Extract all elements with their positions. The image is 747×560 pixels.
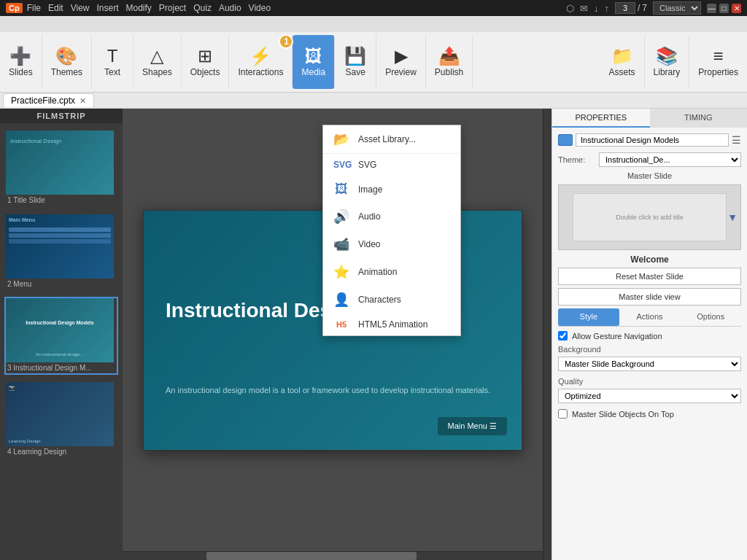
html5-icon: H5 bbox=[333, 320, 349, 329]
master-slide-section-label: Master Slide bbox=[558, 171, 741, 180]
dropdown-item-asset-library[interactable]: 📂 Asset Library... bbox=[323, 125, 460, 153]
minimize-button[interactable]: — bbox=[707, 4, 716, 13]
quality-select[interactable]: Optimized bbox=[558, 389, 741, 403]
slide-2-title: Main Menu bbox=[9, 217, 111, 222]
canvas-scrollbar-v[interactable] bbox=[543, 109, 551, 560]
master-objects-checkbox[interactable] bbox=[558, 409, 568, 419]
dropdown-item-html5[interactable]: H5 HTML5 Animation bbox=[323, 314, 460, 335]
publish-button[interactable]: 📤 Publish bbox=[430, 40, 468, 84]
menu-view[interactable]: View bbox=[71, 3, 90, 13]
close-button[interactable]: ✕ bbox=[732, 4, 741, 13]
menu-audio[interactable]: Audio bbox=[219, 3, 241, 13]
menu-file[interactable]: File bbox=[27, 3, 41, 13]
background-select[interactable]: Master Slide Background bbox=[558, 357, 741, 371]
tab-properties[interactable]: PROPERTIES bbox=[552, 109, 650, 128]
slide-preview-3: Instructional Design Models An instructi… bbox=[6, 298, 114, 362]
text-button[interactable]: T Text bbox=[96, 40, 128, 84]
properties-ribbon-label: Properties bbox=[698, 67, 738, 77]
scrollbar-h-thumb[interactable] bbox=[206, 552, 417, 560]
audio-icon: 🔊 bbox=[333, 209, 349, 225]
dropdown-item-html5-label: HTML5 Animation bbox=[358, 319, 427, 330]
master-objects-label: Master Slide Objects On Top bbox=[572, 410, 674, 419]
master-slide-view-button[interactable]: Master slide view bbox=[558, 288, 741, 306]
shapes-label: Shapes bbox=[142, 67, 172, 77]
menu-insert[interactable]: Insert bbox=[97, 3, 119, 13]
svg-icon: SVG bbox=[333, 160, 349, 170]
file-tab[interactable]: PracticeFile.cptx ✕ bbox=[3, 93, 94, 107]
action-tab-actions[interactable]: Actions bbox=[619, 308, 681, 326]
master-slide-expand-icon[interactable]: ▼ bbox=[727, 211, 738, 223]
master-slide-preview: Double click to add title ▼ bbox=[558, 184, 741, 250]
filmstrip-header: FILMSTRIP bbox=[0, 109, 123, 123]
dropdown-item-image-label: Image bbox=[358, 184, 382, 195]
mail-icon[interactable]: ✉ bbox=[580, 3, 588, 14]
slide-thumb-4[interactable]: 📷 Learning Design 4 Learning Design bbox=[4, 381, 118, 459]
menu-quiz[interactable]: Quiz bbox=[193, 3, 212, 13]
theme-select-prop[interactable]: Instructional_De... bbox=[599, 152, 741, 167]
properties-ribbon-button[interactable]: ≡ Properties bbox=[694, 40, 743, 84]
slides-button[interactable]: ➕ Slides bbox=[4, 40, 37, 84]
assets-icon: 📁 bbox=[611, 47, 633, 65]
dropdown-item-svg[interactable]: SVG SVG bbox=[323, 154, 460, 176]
image-icon: 🖼 bbox=[333, 182, 349, 197]
slides-icon: ➕ bbox=[9, 47, 31, 65]
menu-modify[interactable]: Modify bbox=[126, 3, 152, 13]
save-icon: 💾 bbox=[344, 47, 366, 65]
media-button[interactable]: 🖼 Media bbox=[297, 40, 330, 84]
themes-button[interactable]: 🎨 Themes bbox=[47, 40, 87, 84]
dropdown-item-image[interactable]: 🖼 Image bbox=[323, 176, 460, 203]
slide-thumb-3[interactable]: Instructional Design Models An instructi… bbox=[4, 297, 118, 375]
reset-master-slide-button[interactable]: Reset Master Slide bbox=[558, 268, 741, 285]
ribbon-group-properties-btn: ≡ Properties bbox=[689, 35, 747, 89]
themes-label: Themes bbox=[51, 67, 82, 77]
canvas[interactable]: Instructional Design Models An instructi… bbox=[123, 109, 543, 551]
slide-thumb-2[interactable]: Main Menu 2 Menu bbox=[4, 213, 118, 291]
slide-2-menu bbox=[9, 228, 111, 276]
slide-3-heading: Instructional Design Models bbox=[9, 320, 111, 325]
canvas-scrollbar-h[interactable] bbox=[123, 551, 543, 560]
preview-button[interactable]: ▶ Preview bbox=[381, 40, 421, 84]
menu-edit[interactable]: Edit bbox=[48, 3, 63, 13]
assets-label: Assets bbox=[609, 67, 635, 77]
arrow-up-icon[interactable]: ↑ bbox=[604, 3, 609, 14]
action-tab-style[interactable]: Style bbox=[558, 308, 619, 326]
objects-icon: ⊞ bbox=[198, 47, 212, 65]
library-button[interactable]: 📚 Library bbox=[649, 40, 685, 84]
properties-tab-bar: PROPERTIES TIMING bbox=[552, 109, 747, 128]
tab-close-icon[interactable]: ✕ bbox=[80, 96, 86, 106]
menu-project[interactable]: Project bbox=[159, 3, 186, 13]
slide-thumb-1[interactable]: Instructional Design 1 Title Slide bbox=[4, 129, 118, 207]
maximize-button[interactable]: □ bbox=[719, 4, 729, 13]
main-menu-button[interactable]: Main Menu ☰ bbox=[438, 417, 507, 435]
help-icon[interactable]: ⬡ bbox=[566, 3, 574, 14]
gesture-navigation-checkbox[interactable] bbox=[558, 331, 568, 341]
tab-timing[interactable]: TIMING bbox=[650, 109, 748, 128]
title-bar-left: Cp File Edit View Insert Modify Project … bbox=[6, 3, 271, 13]
ribbon-tab-bar bbox=[0, 16, 747, 32]
assets-button[interactable]: 📁 Assets bbox=[605, 40, 640, 84]
slide-current-input[interactable] bbox=[615, 2, 635, 14]
ribbon-group-interactions: 1 ⚡ Interactions bbox=[229, 35, 293, 89]
dropdown-item-animation[interactable]: ⭐ Animation bbox=[323, 258, 460, 286]
dropdown-item-video[interactable]: 📹 Video bbox=[323, 230, 460, 258]
arrow-down-icon[interactable]: ↓ bbox=[594, 3, 599, 14]
save-button[interactable]: 💾 Save bbox=[339, 40, 371, 84]
properties-content: ☰ Theme: Instructional_De... Master Slid… bbox=[552, 128, 747, 560]
filmstrip-content: Instructional Design 1 Title Slide Main … bbox=[0, 123, 123, 560]
slide-3-label: 3 Instructional Design M... bbox=[6, 362, 117, 373]
slide-name-input[interactable] bbox=[576, 133, 729, 147]
slide-type-icon bbox=[558, 134, 573, 146]
objects-button[interactable]: ⊞ Objects bbox=[186, 40, 225, 84]
master-slide-name: Welcome bbox=[558, 254, 741, 265]
theme-select[interactable]: Classic bbox=[653, 1, 701, 15]
action-tab-options[interactable]: Options bbox=[680, 308, 741, 326]
canvas-main: Instructional Design Models An instructi… bbox=[123, 109, 543, 560]
menu-video[interactable]: Video bbox=[249, 3, 271, 13]
properties-menu-icon[interactable]: ☰ bbox=[732, 134, 741, 146]
shapes-button[interactable]: △ Shapes bbox=[138, 40, 177, 84]
dropdown-item-characters[interactable]: 👤 Characters bbox=[323, 286, 460, 314]
master-slide-inner: Double click to add title bbox=[573, 193, 727, 241]
interactions-button[interactable]: 1 ⚡ Interactions bbox=[233, 40, 287, 84]
dropdown-item-audio[interactable]: 🔊 Audio bbox=[323, 203, 460, 230]
dropdown-item-video-label: Video bbox=[358, 239, 380, 249]
